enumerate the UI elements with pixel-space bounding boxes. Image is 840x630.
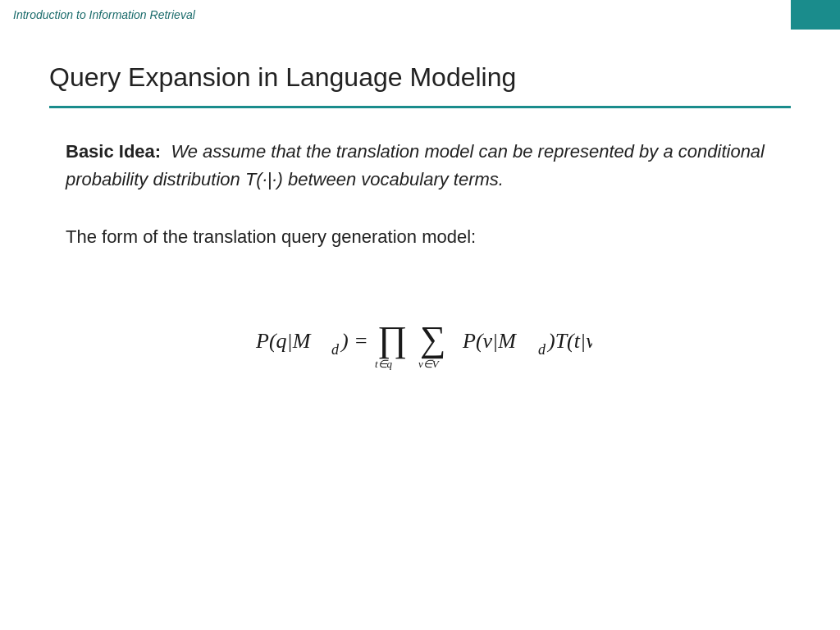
basic-idea-paragraph: Basic Idea: We assume that the translati… xyxy=(66,138,774,194)
svg-text:)T(t|v): )T(t|v) xyxy=(546,329,592,353)
basic-idea-label: Basic Idea: xyxy=(66,141,161,162)
basic-idea-italic-text: We assume that the translation model can… xyxy=(66,141,765,189)
svg-text:v∈V: v∈V xyxy=(418,358,441,370)
slide-title: Query Expansion in Language Modeling xyxy=(49,62,791,93)
formula-svg: P(q|M d ) = ∏ t∈q ∑ v∈V P(v|M d )T(t|v) xyxy=(248,300,592,382)
header-title-area: Introduction to Information Retrieval xyxy=(0,0,791,30)
title-divider xyxy=(49,106,791,108)
svg-text:P(v|M: P(v|M xyxy=(462,329,517,353)
svg-text:∑: ∑ xyxy=(420,319,445,359)
svg-text:d: d xyxy=(331,341,340,358)
svg-text:) =: ) = xyxy=(340,329,368,353)
svg-text:d: d xyxy=(538,341,546,358)
svg-text:t∈q: t∈q xyxy=(375,358,393,370)
form-text-paragraph: The form of the translation query genera… xyxy=(66,223,774,251)
header-title: Introduction to Information Retrieval xyxy=(13,8,195,21)
content-body: Basic Idea: We assume that the translati… xyxy=(49,138,791,399)
svg-text:P(q|M: P(q|M xyxy=(255,329,312,353)
formula-container: P(q|M d ) = ∏ t∈q ∑ v∈V P(v|M d )T(t|v) xyxy=(66,284,774,399)
slide-content: Query Expansion in Language Modeling Bas… xyxy=(0,30,840,431)
header-bar: Introduction to Information Retrieval xyxy=(0,0,840,30)
header-accent xyxy=(791,0,840,30)
svg-text:∏: ∏ xyxy=(377,319,407,359)
